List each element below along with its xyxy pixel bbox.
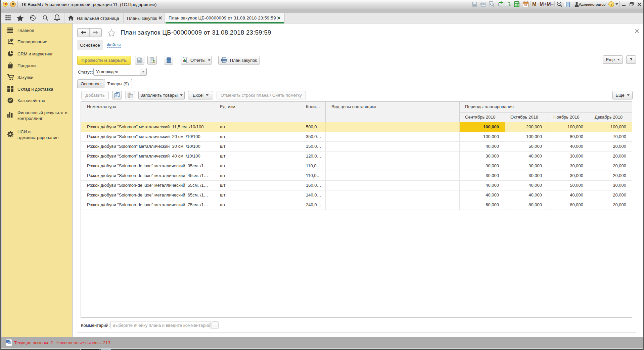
svg-text:₽: ₽ — [11, 39, 13, 42]
svg-text:31: 31 — [524, 4, 527, 7]
svg-text:₽: ₽ — [9, 98, 12, 102]
